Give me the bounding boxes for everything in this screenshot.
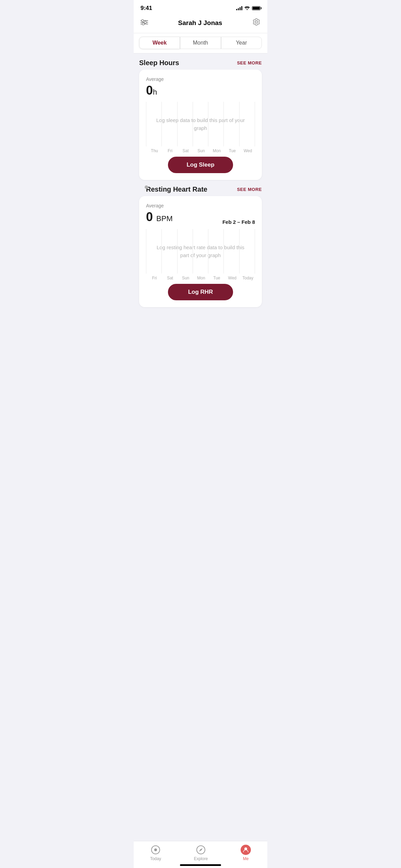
wifi-icon (244, 5, 250, 11)
heart-rate-day-label: Sat (161, 276, 177, 280)
heart-rate-day-label: Tue (208, 276, 224, 280)
sleep-title: Sleep Hours (139, 59, 179, 67)
chart-col (177, 102, 193, 146)
heart-rate-date: Feb 2 – Feb 8 (222, 219, 255, 225)
heart-rate-chart-grid (146, 229, 255, 274)
tab-week[interactable]: Week (139, 37, 180, 49)
heart-rate-day-label: Today (240, 276, 255, 280)
sleep-card: Average 0h Log sleep data to build this … (139, 70, 262, 180)
sleep-section-header: Sleep Hours SEE MORE (139, 59, 262, 67)
chart-col (193, 229, 208, 274)
heart-rate-section: Resting Heart Rate SEE MORE Average 0 BP… (139, 185, 262, 307)
signal-icon (236, 6, 242, 10)
chart-col (146, 102, 161, 146)
gear-icon[interactable] (252, 18, 260, 28)
sleep-day-label: Tue (224, 148, 239, 153)
heart-rate-chart-labels: Fri Sat Sun Mon Tue Wed Today (146, 276, 255, 280)
tab-selector: Week Month Year (134, 33, 267, 53)
heart-rate-section-header: Resting Heart Rate SEE MORE (139, 185, 262, 193)
svg-point-3 (142, 20, 144, 22)
sleep-average-label: Average (146, 76, 255, 82)
svg-point-5 (142, 23, 144, 25)
heart-rate-day-label: Mon (193, 276, 208, 280)
chart-col (146, 229, 161, 274)
sleep-chart-labels: Thu Fri Sat Sun Mon Tue Wed (146, 148, 255, 153)
heart-rate-title: Resting Heart Rate (146, 185, 207, 193)
status-icons (236, 5, 260, 11)
scroll-indicator (145, 185, 148, 189)
status-time: 9:41 (141, 5, 152, 12)
chart-col (177, 229, 193, 274)
heart-rate-day-label: Wed (224, 276, 239, 280)
tab-month[interactable]: Month (180, 37, 221, 49)
svg-point-4 (144, 21, 146, 23)
chart-col (208, 102, 223, 146)
heart-rate-day-label: Sun (177, 276, 193, 280)
sleep-value: 0h (146, 83, 255, 98)
sleep-chart: Log sleep data to build this part of you… (146, 102, 255, 146)
status-bar: 9:41 (134, 0, 267, 14)
heart-rate-value-row: 0 BPM Feb 2 – Feb 8 (146, 210, 255, 225)
log-sleep-button[interactable]: Log Sleep (168, 157, 233, 173)
chart-col (161, 102, 177, 146)
tab-year[interactable]: Year (221, 37, 262, 49)
battery-icon (252, 6, 260, 10)
chart-col (161, 229, 177, 274)
header: Sarah J Jonas (134, 14, 267, 33)
heart-rate-value: 0 BPM (146, 210, 173, 224)
sleep-day-label: Sat (177, 148, 193, 153)
heart-rate-average-label: Average (146, 203, 255, 208)
sleep-day-label: Mon (208, 148, 224, 153)
sleep-section: Sleep Hours SEE MORE Average 0h Log slee… (139, 59, 262, 180)
sleep-day-label: Wed (240, 148, 255, 153)
heart-rate-see-more[interactable]: SEE MORE (237, 187, 262, 192)
chart-col (223, 229, 239, 274)
sleep-day-label: Sun (193, 148, 208, 153)
heart-rate-chart: Log resting heart rate data to build thi… (146, 229, 255, 274)
sleep-day-label: Thu (146, 148, 161, 153)
heart-rate-day-label: Fri (146, 276, 161, 280)
filter-icon[interactable] (141, 19, 148, 27)
page-title: Sarah J Jonas (178, 19, 222, 27)
sleep-day-label: Fri (161, 148, 177, 153)
chart-col (239, 102, 255, 146)
main-content: Sleep Hours SEE MORE Average 0h Log slee… (134, 53, 267, 313)
sleep-see-more[interactable]: SEE MORE (237, 60, 262, 65)
chart-col (239, 229, 255, 274)
chart-col (208, 229, 223, 274)
sleep-chart-grid (146, 102, 255, 146)
log-rhr-button[interactable]: Log RHR (168, 284, 233, 300)
chart-col (223, 102, 239, 146)
chart-col (193, 102, 208, 146)
heart-rate-card: Average 0 BPM Feb 2 – Feb 8 Log resting … (139, 196, 262, 307)
